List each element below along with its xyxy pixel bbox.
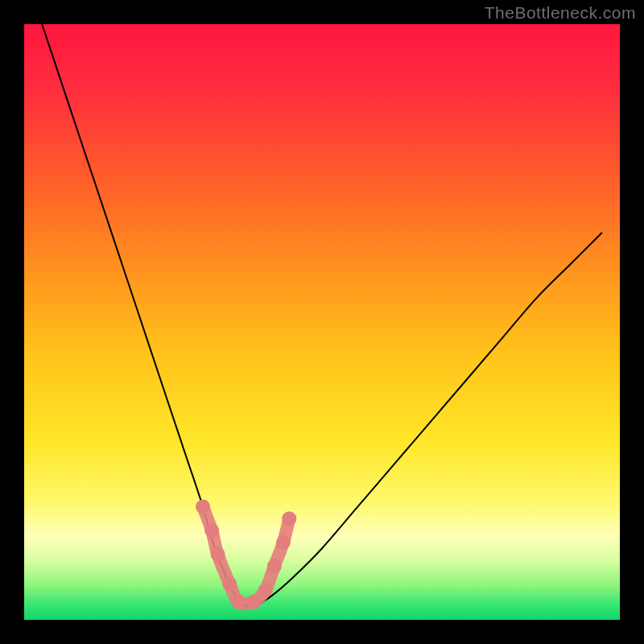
bottleneck-marker <box>267 559 282 573</box>
bottleneck-marker <box>211 547 225 562</box>
bottleneck-marker <box>282 511 296 526</box>
bottleneck-marker <box>258 583 273 597</box>
bottleneck-marker <box>204 523 219 538</box>
bottleneck-marker <box>222 577 237 592</box>
bottleneck-chart <box>0 0 644 644</box>
bottleneck-marker <box>276 535 291 550</box>
watermark-text: TheBottleneck.com <box>485 3 636 23</box>
bottleneck-marker <box>196 499 210 514</box>
bottleneck-marker <box>246 595 261 609</box>
bottleneck-marker <box>231 595 246 609</box>
gradient-background <box>24 24 620 620</box>
chart-frame: TheBottleneck.com <box>0 0 644 644</box>
